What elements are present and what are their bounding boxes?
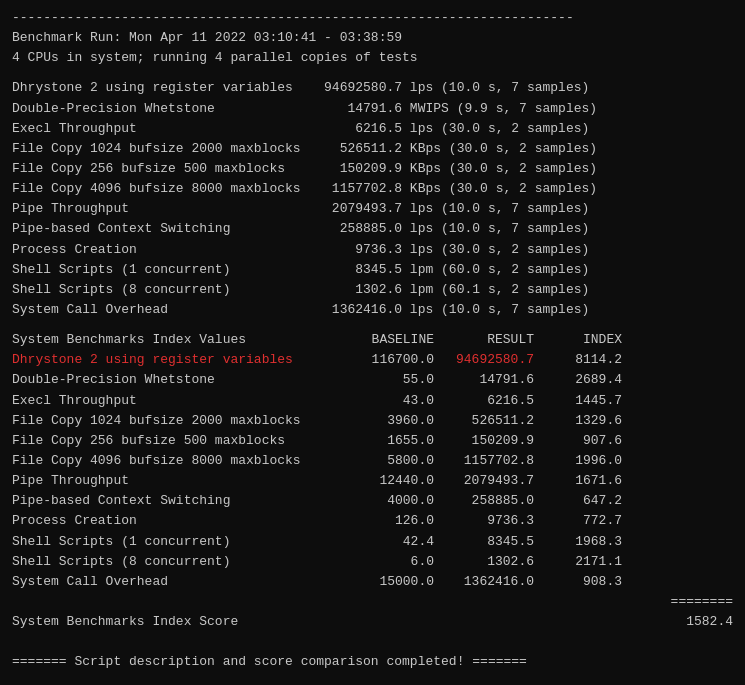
index-row-result: 2079493.7 xyxy=(442,471,542,491)
index-row-index: 1329.6 xyxy=(542,411,622,431)
raw-result-row: Double-Precision Whetstone 14791.6 MWIPS… xyxy=(12,99,733,119)
index-row-result: 526511.2 xyxy=(442,411,542,431)
raw-result-row: Shell Scripts (8 concurrent) 1302.6 lpm … xyxy=(12,280,733,300)
terminal: ----------------------------------------… xyxy=(12,8,733,672)
index-row-baseline: 55.0 xyxy=(352,370,442,390)
cpu-info: 4 CPUs in system; running 4 parallel cop… xyxy=(12,48,733,68)
index-row-index: 647.2 xyxy=(542,491,622,511)
index-row: System Call Overhead15000.01362416.0908.… xyxy=(12,572,733,592)
index-row-name: Execl Throughput xyxy=(12,391,352,411)
index-row-result: 6216.5 xyxy=(442,391,542,411)
index-row-index: 908.3 xyxy=(542,572,622,592)
index-row-name: File Copy 4096 bufsize 8000 maxblocks xyxy=(12,451,352,471)
index-row: Pipe Throughput12440.02079493.71671.6 xyxy=(12,471,733,491)
index-row: File Copy 4096 bufsize 8000 maxblocks580… xyxy=(12,451,733,471)
raw-result-row: Pipe-based Context Switching 258885.0 lp… xyxy=(12,219,733,239)
raw-result-row: Shell Scripts (1 concurrent) 8345.5 lpm … xyxy=(12,260,733,280)
index-rows-section: Dhrystone 2 using register variables1167… xyxy=(12,350,733,592)
index-header-name: System Benchmarks Index Values xyxy=(12,330,352,350)
index-row-result: 8345.5 xyxy=(442,532,542,552)
index-row-baseline: 12440.0 xyxy=(352,471,442,491)
score-row: System Benchmarks Index Score 1582.4 xyxy=(12,612,733,632)
index-row-name: Dhrystone 2 using register variables xyxy=(12,350,352,370)
index-row-baseline: 126.0 xyxy=(352,511,442,531)
index-row-baseline: 43.0 xyxy=(352,391,442,411)
score-label: System Benchmarks Index Score xyxy=(12,612,653,632)
spacer3 xyxy=(12,632,733,642)
index-row-index: 772.7 xyxy=(542,511,622,531)
equals-row: ======== xyxy=(12,592,733,612)
index-row: Dhrystone 2 using register variables1167… xyxy=(12,350,733,370)
index-row-result: 1362416.0 xyxy=(442,572,542,592)
equals-spacer xyxy=(12,592,653,612)
index-row-baseline: 4000.0 xyxy=(352,491,442,511)
index-row-name: File Copy 1024 bufsize 2000 maxblocks xyxy=(12,411,352,431)
raw-result-row: Dhrystone 2 using register variables 946… xyxy=(12,78,733,98)
index-row-index: 2689.4 xyxy=(542,370,622,390)
index-row-name: Process Creation xyxy=(12,511,352,531)
equals-line: ======== xyxy=(653,592,733,612)
index-row: Process Creation126.09736.3772.7 xyxy=(12,511,733,531)
index-row-name: Pipe Throughput xyxy=(12,471,352,491)
index-row: Shell Scripts (1 concurrent)42.48345.519… xyxy=(12,532,733,552)
index-row-name: Shell Scripts (8 concurrent) xyxy=(12,552,352,572)
index-row-name: Pipe-based Context Switching xyxy=(12,491,352,511)
raw-result-row: File Copy 1024 bufsize 2000 maxblocks 52… xyxy=(12,139,733,159)
index-row-baseline: 6.0 xyxy=(352,552,442,572)
index-row-baseline: 3960.0 xyxy=(352,411,442,431)
index-row-baseline: 1655.0 xyxy=(352,431,442,451)
index-header-index: INDEX xyxy=(542,330,622,350)
index-row-result: 150209.9 xyxy=(442,431,542,451)
separator-top: ----------------------------------------… xyxy=(12,8,733,28)
index-row: File Copy 1024 bufsize 2000 maxblocks396… xyxy=(12,411,733,431)
index-row: Double-Precision Whetstone55.014791.6268… xyxy=(12,370,733,390)
index-row-index: 1445.7 xyxy=(542,391,622,411)
spacer1 xyxy=(12,68,733,78)
raw-result-row: System Call Overhead 1362416.0 lps (10.0… xyxy=(12,300,733,320)
raw-results-section: Dhrystone 2 using register variables 946… xyxy=(12,78,733,320)
raw-result-row: Execl Throughput 6216.5 lps (30.0 s, 2 s… xyxy=(12,119,733,139)
index-row-result: 258885.0 xyxy=(442,491,542,511)
index-row-baseline: 5800.0 xyxy=(352,451,442,471)
index-row-result: 1157702.8 xyxy=(442,451,542,471)
index-row-result: 9736.3 xyxy=(442,511,542,531)
index-header-row: System Benchmarks Index Values BASELINE … xyxy=(12,330,733,350)
index-row-index: 907.6 xyxy=(542,431,622,451)
index-row: Execl Throughput43.06216.51445.7 xyxy=(12,391,733,411)
raw-result-row: File Copy 4096 bufsize 8000 maxblocks 11… xyxy=(12,179,733,199)
spacer2 xyxy=(12,320,733,330)
index-row-index: 1996.0 xyxy=(542,451,622,471)
raw-result-row: File Copy 256 bufsize 500 maxblocks 1502… xyxy=(12,159,733,179)
index-row-name: Double-Precision Whetstone xyxy=(12,370,352,390)
index-row-index: 8114.2 xyxy=(542,350,622,370)
index-row-index: 1968.3 xyxy=(542,532,622,552)
benchmark-run: Benchmark Run: Mon Apr 11 2022 03:10:41 … xyxy=(12,28,733,48)
index-row-result: 14791.6 xyxy=(442,370,542,390)
index-row-baseline: 15000.0 xyxy=(352,572,442,592)
index-row-baseline: 42.4 xyxy=(352,532,442,552)
score-value: 1582.4 xyxy=(653,612,733,632)
index-row-name: Shell Scripts (1 concurrent) xyxy=(12,532,352,552)
index-row-index: 2171.1 xyxy=(542,552,622,572)
footer: ======= Script description and score com… xyxy=(12,652,733,672)
raw-result-row: Process Creation 9736.3 lps (30.0 s, 2 s… xyxy=(12,240,733,260)
index-row: Shell Scripts (8 concurrent)6.01302.6217… xyxy=(12,552,733,572)
index-header-result: RESULT xyxy=(442,330,542,350)
index-row-name: File Copy 256 bufsize 500 maxblocks xyxy=(12,431,352,451)
spacer4 xyxy=(12,642,733,652)
index-row-result: 94692580.7 xyxy=(442,350,542,370)
index-row-baseline: 116700.0 xyxy=(352,350,442,370)
index-row: File Copy 256 bufsize 500 maxblocks1655.… xyxy=(12,431,733,451)
index-row: Pipe-based Context Switching4000.0258885… xyxy=(12,491,733,511)
index-header-baseline: BASELINE xyxy=(352,330,442,350)
index-row-index: 1671.6 xyxy=(542,471,622,491)
index-row-result: 1302.6 xyxy=(442,552,542,572)
index-row-name: System Call Overhead xyxy=(12,572,352,592)
raw-result-row: Pipe Throughput 2079493.7 lps (10.0 s, 7… xyxy=(12,199,733,219)
